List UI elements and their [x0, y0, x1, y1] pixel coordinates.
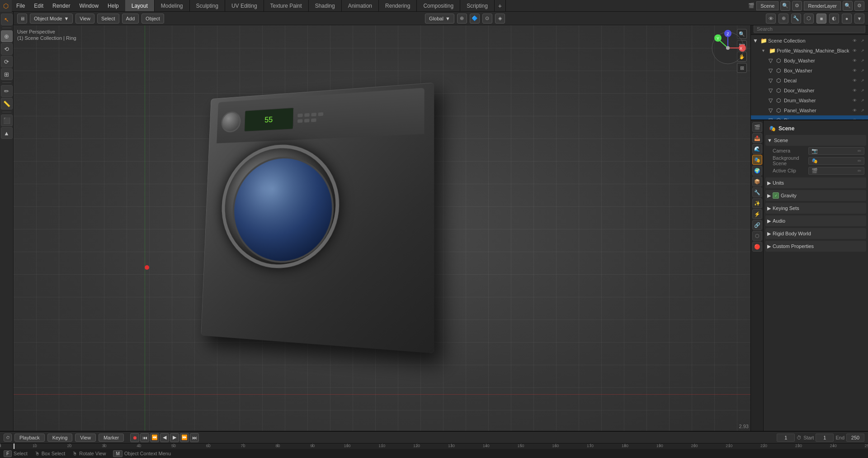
- outliner-drum-washer[interactable]: ▽ ⬡ Drum_Washer 👁 ↗: [751, 95, 868, 105]
- drum-vis-icon[interactable]: 👁: [851, 97, 858, 104]
- prev-frame-btn[interactable]: ⏪: [150, 433, 159, 442]
- timeline-tab-playback[interactable]: Playback: [14, 434, 45, 442]
- prop-physics-icon[interactable]: ⚡: [752, 209, 762, 219]
- scene-dropdown[interactable]: Scene: [756, 1, 778, 10]
- next-frame-btn[interactable]: ⏩: [180, 433, 189, 442]
- tab-modeling[interactable]: Modeling: [155, 0, 190, 11]
- scene-section-header[interactable]: ▼ Scene: [765, 135, 866, 146]
- nav-gizmo[interactable]: X Y Z: [710, 30, 746, 66]
- view-menu[interactable]: View: [75, 14, 94, 24]
- menu-render[interactable]: Render: [48, 0, 75, 11]
- current-frame-input[interactable]: [777, 434, 795, 442]
- scene-collection-vis-icon[interactable]: 👁: [851, 37, 858, 44]
- active-clip-value[interactable]: 🎬 ✏: [808, 167, 864, 175]
- prop-scene-icon[interactable]: 🎭: [752, 155, 762, 165]
- tab-scripting[interactable]: Scripting: [460, 0, 495, 11]
- menu-edit[interactable]: Edit: [29, 0, 48, 11]
- play-btn[interactable]: ▶: [170, 433, 179, 442]
- object-menu[interactable]: Object: [142, 14, 164, 24]
- start-frame-input[interactable]: [816, 434, 834, 442]
- outliner-door-washer[interactable]: ▽ ⬡ Door_Washer 👁 ↗: [751, 86, 868, 95]
- keying-sets-header[interactable]: ▶ Keying Sets: [765, 203, 866, 214]
- tab-uv-editing[interactable]: UV Editing: [225, 0, 264, 11]
- outliner-profile-collection[interactable]: ▼ 📁 Profile_Washing_Machine_Black 👁 ↗: [751, 46, 868, 56]
- render-layer-settings[interactable]: ⚙: [854, 1, 864, 11]
- proportional-btn[interactable]: ⊙: [482, 14, 492, 24]
- gravity-checkbox[interactable]: ✓: [773, 192, 779, 199]
- view-shading-solid[interactable]: ■: [816, 14, 826, 24]
- prop-material-icon[interactable]: 🔴: [752, 242, 762, 252]
- tool-add-cube[interactable]: ⬛: [1, 114, 13, 126]
- timeline-editor-type[interactable]: ⏱: [4, 434, 12, 442]
- menu-window[interactable]: Window: [75, 0, 103, 11]
- record-btn[interactable]: ⏺: [130, 433, 139, 442]
- outliner-scene-collection[interactable]: ▼ 📁 Scene Collection 👁 ↗: [751, 36, 868, 46]
- viewport-3d[interactable]: User Perspective (1) Scene Collection | …: [14, 25, 750, 431]
- decal-sel-icon[interactable]: ↗: [859, 77, 866, 84]
- prop-obj-icon[interactable]: 📦: [752, 177, 762, 186]
- tab-layout[interactable]: Layout: [125, 0, 155, 11]
- bg-scene-value[interactable]: 🎭 ✏: [808, 157, 864, 165]
- prop-render-icon[interactable]: 🎬: [752, 122, 762, 132]
- outliner-search-input[interactable]: [754, 25, 865, 33]
- object-mode-dropdown[interactable]: Object Mode ▼: [30, 14, 73, 24]
- view-shading-material[interactable]: ◐: [829, 14, 839, 24]
- jump-end-btn[interactable]: ⏭: [190, 433, 199, 442]
- tool-cursor[interactable]: ↖: [1, 14, 13, 25]
- timeline-tab-marker[interactable]: Marker: [99, 434, 124, 442]
- scene-settings[interactable]: ⚙: [792, 1, 802, 11]
- prop-obj-data-icon[interactable]: ⬡: [752, 231, 762, 241]
- select-menu[interactable]: Select: [97, 14, 119, 24]
- add-menu[interactable]: Add: [122, 14, 139, 24]
- tab-texture-paint[interactable]: Texture Paint: [264, 0, 309, 11]
- menu-help[interactable]: Help: [103, 0, 123, 11]
- decal-vis-icon[interactable]: 👁: [851, 77, 858, 84]
- prop-modifier-icon[interactable]: 🔧: [752, 187, 762, 197]
- panel-sel-icon[interactable]: ↗: [859, 107, 866, 114]
- body-sel-icon[interactable]: ↗: [859, 57, 866, 64]
- profile-sel-icon[interactable]: ↗: [859, 47, 866, 54]
- outliner-body-washer[interactable]: ▽ ⬡ Body_Washer 👁 ↗: [751, 56, 868, 66]
- outliner-panel-washer[interactable]: ▽ ⬡ Panel_Washer 👁 ↗: [751, 105, 868, 115]
- viewport-shading-opts[interactable]: ▼: [854, 14, 864, 24]
- tool-add-shape[interactable]: ▲: [1, 127, 13, 139]
- transform-dropdown[interactable]: Global ▼: [425, 14, 454, 24]
- tool-rotate[interactable]: ⟲: [1, 43, 13, 55]
- tool-transform[interactable]: ⊞: [1, 68, 13, 80]
- tool-annotate[interactable]: ✏: [1, 85, 13, 97]
- panel-vis-icon[interactable]: 👁: [851, 107, 858, 114]
- scene-search[interactable]: 🔍: [780, 1, 790, 11]
- tool-scale[interactable]: ⟳: [1, 56, 13, 67]
- ring-sel-icon[interactable]: ↗: [859, 117, 866, 119]
- tab-compositing[interactable]: Compositing: [417, 0, 460, 11]
- timeline-tab-keying[interactable]: Keying: [47, 434, 73, 442]
- view-shading-wire[interactable]: ⬡: [804, 14, 814, 24]
- outliner-box-washer[interactable]: ▽ ⬡ Box_Washer 👁 ↗: [751, 66, 868, 76]
- gizmo-btn[interactable]: ⊕: [778, 14, 788, 24]
- prop-world-icon[interactable]: 🌍: [752, 166, 762, 176]
- ring-vis-icon[interactable]: 👁: [851, 117, 858, 119]
- snap-magnet[interactable]: 🔧: [791, 14, 801, 24]
- prop-particles-icon[interactable]: ✨: [752, 198, 762, 208]
- tab-shading[interactable]: Shading: [309, 0, 342, 11]
- rigid-body-world-header[interactable]: ▶ Rigid Body World: [765, 228, 866, 239]
- prop-view-layer-icon[interactable]: 🌊: [752, 144, 762, 154]
- body-vis-icon[interactable]: 👁: [851, 57, 858, 64]
- tab-sculpting[interactable]: Sculpting: [190, 0, 225, 11]
- gravity-section-header[interactable]: ▶ ✓ Gravity: [765, 190, 866, 201]
- snap-btn[interactable]: 🔷: [470, 14, 480, 24]
- menu-file[interactable]: File: [12, 0, 29, 11]
- prop-constraints-icon[interactable]: 🔗: [752, 220, 762, 230]
- render-layer-dropdown[interactable]: RenderLayer: [804, 1, 841, 10]
- editor-type-btn[interactable]: 🖥: [17, 14, 27, 24]
- end-frame-input[interactable]: [846, 434, 864, 442]
- tool-measure[interactable]: 📏: [1, 98, 13, 110]
- audio-section-header[interactable]: ▶ Audio: [765, 215, 866, 226]
- outliner-decal[interactable]: ▽ ⬡ Decal 👁 ↗: [751, 76, 868, 86]
- profile-vis-icon[interactable]: 👁: [851, 47, 858, 54]
- render-layer-search[interactable]: 🔍: [843, 1, 853, 11]
- tab-animation[interactable]: Animation: [342, 0, 379, 11]
- jump-start-btn[interactable]: ⏮: [140, 433, 149, 442]
- door-sel-icon[interactable]: ↗: [859, 87, 866, 94]
- outliner-ring[interactable]: ▽ ⬡ Ring 👁 ↗: [751, 115, 868, 119]
